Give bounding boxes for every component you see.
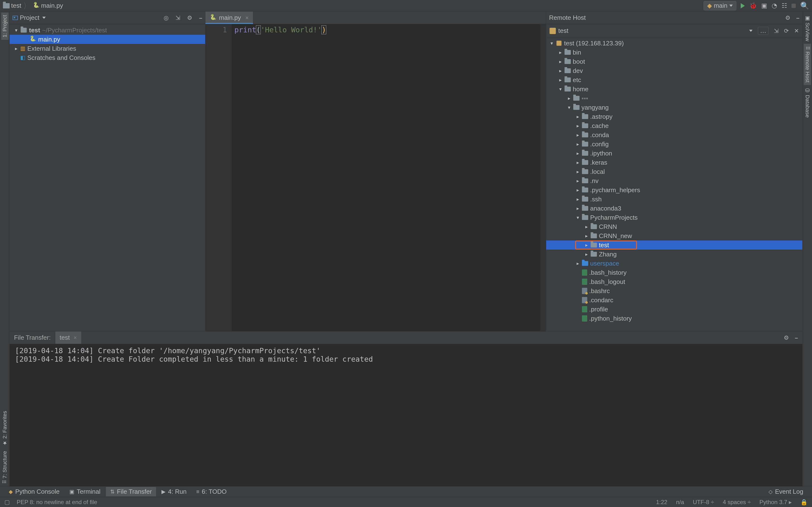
chevron-down-icon[interactable] xyxy=(749,30,753,32)
remote-dir-conda[interactable]: .conda xyxy=(546,130,802,139)
remote-dir-boot[interactable]: boot xyxy=(546,57,802,66)
editor-tab-mainpy[interactable]: main.py × xyxy=(205,12,253,24)
expand-arrow-icon[interactable] xyxy=(558,68,563,74)
remote-file-bash-history[interactable]: .bash_history xyxy=(546,268,802,277)
debug-button[interactable]: 🐞 xyxy=(749,2,757,9)
tab-file-transfer[interactable]: File Transfer xyxy=(106,487,156,496)
project-root[interactable]: test ~/PycharmProjects/test xyxy=(10,25,205,35)
expand-arrow-icon[interactable] xyxy=(585,251,589,257)
run-configuration-selector[interactable]: main xyxy=(704,1,737,10)
remote-dir-dev[interactable]: dev xyxy=(546,66,802,75)
remote-dir-test[interactable]: test xyxy=(546,240,802,249)
remote-dir-pycharmprojects[interactable]: PycharmProjects xyxy=(546,213,802,222)
remote-file-bashrc[interactable]: .bashrc xyxy=(546,286,802,295)
expand-arrow-icon[interactable] xyxy=(550,40,554,46)
expand-arrow-icon[interactable] xyxy=(576,132,580,138)
expand-arrow-icon[interactable] xyxy=(567,95,571,101)
expand-arrow-icon[interactable] xyxy=(576,206,580,211)
remote-tree[interactable]: test (192.168.123.39) bin boot dev etc h… xyxy=(546,38,802,331)
remote-file-condarc[interactable]: .condarc xyxy=(546,295,802,305)
expand-arrow-icon[interactable] xyxy=(14,46,18,51)
indent-setting[interactable]: 4 spaces ÷ xyxy=(723,499,751,506)
hide-button[interactable] xyxy=(199,14,202,21)
remote-dir-nv[interactable]: .nv xyxy=(546,176,802,185)
remote-dir-crnn[interactable]: CRNN xyxy=(546,222,802,231)
remote-file-python-history[interactable]: .python_history xyxy=(546,314,802,323)
expand-arrow-icon[interactable] xyxy=(14,27,18,33)
search-everywhere-button[interactable]: 🔍 xyxy=(800,1,809,10)
stop-button[interactable] xyxy=(792,4,796,8)
expand-arrow-icon[interactable] xyxy=(576,141,580,147)
hide-button[interactable] xyxy=(796,14,800,21)
refresh-button[interactable] xyxy=(784,27,789,34)
project-tree[interactable]: test ~/PycharmProjects/test main.py ▥ Ex… xyxy=(10,24,205,64)
remote-dir-bin[interactable]: bin xyxy=(546,48,802,57)
log-output[interactable]: [2019-04-18 14:04] Create folder '/home/… xyxy=(10,344,802,486)
project-file-mainpy[interactable]: main.py xyxy=(10,35,205,44)
remote-dir-cache[interactable]: .cache xyxy=(546,121,802,130)
line-separator[interactable]: n/a xyxy=(676,499,684,506)
expand-arrow-icon[interactable] xyxy=(576,160,580,165)
status-left-icon[interactable]: ▢ xyxy=(4,499,10,506)
remote-dir-etc[interactable]: etc xyxy=(546,75,802,84)
browse-button[interactable]: … xyxy=(758,27,768,35)
expand-arrow-icon[interactable] xyxy=(576,261,580,266)
remote-file-bash-logout[interactable]: .bash_logout xyxy=(546,277,802,286)
breadcrumb-root[interactable]: test xyxy=(11,2,21,9)
close-tab-button[interactable]: × xyxy=(74,335,77,341)
remote-dir-unknown[interactable]: ▪▪▪ xyxy=(546,94,802,103)
expand-arrow-icon[interactable] xyxy=(558,59,563,64)
remote-dir-userspace[interactable]: userspace xyxy=(546,259,802,268)
remote-dir-config[interactable]: .config xyxy=(546,139,802,149)
expand-arrow-icon[interactable] xyxy=(576,169,580,175)
remote-dir-home[interactable]: home xyxy=(546,84,802,94)
expand-arrow-icon[interactable] xyxy=(585,224,589,230)
inspection-indicator[interactable]: 🔒 xyxy=(800,499,808,506)
collapse-all-button[interactable] xyxy=(774,27,779,34)
remote-dir-keras[interactable]: .keras xyxy=(546,158,802,167)
remote-dir-crnn-new[interactable]: CRNN_new xyxy=(546,231,802,240)
tab-project[interactable]: 1: Project xyxy=(1,12,8,40)
breadcrumb-file[interactable]: main.py xyxy=(41,2,63,9)
server-label[interactable]: test xyxy=(558,27,568,35)
expand-arrow-icon[interactable] xyxy=(585,233,589,239)
collapse-all-button[interactable] xyxy=(175,14,180,21)
settings-button[interactable] xyxy=(785,14,791,21)
close-button[interactable] xyxy=(794,27,799,34)
remote-dir-local[interactable]: .local xyxy=(546,167,802,176)
run-button[interactable] xyxy=(741,3,745,8)
expand-arrow-icon[interactable] xyxy=(576,114,580,119)
remote-dir-pycharm-helpers[interactable]: .pycharm_helpers xyxy=(546,185,802,194)
code-area[interactable]: print('Hello World!') xyxy=(232,24,540,331)
remote-dir-ipython[interactable]: .ipython xyxy=(546,149,802,158)
profile-button[interactable]: ◔ xyxy=(772,2,777,9)
expand-arrow-icon[interactable] xyxy=(576,178,580,184)
tab-remote-host[interactable]: ⠿ Remote Host xyxy=(804,44,811,85)
remote-root[interactable]: test (192.168.123.39) xyxy=(546,39,802,48)
expand-arrow-icon[interactable] xyxy=(567,105,571,110)
tab-todo[interactable]: 6: TODO xyxy=(192,487,231,496)
tab-database[interactable]: ⛁ Database xyxy=(804,85,811,120)
remote-dir-anaconda3[interactable]: anaconda3 xyxy=(546,204,802,213)
expand-arrow-icon[interactable] xyxy=(558,50,563,55)
remote-dir-zhang[interactable]: Zhang xyxy=(546,249,802,259)
close-tab-button[interactable]: × xyxy=(245,14,249,21)
file-encoding[interactable]: UTF-8 ÷ xyxy=(693,499,714,506)
expand-arrow-icon[interactable] xyxy=(585,242,589,248)
settings-button[interactable] xyxy=(187,14,192,21)
settings-button[interactable] xyxy=(784,334,789,341)
expand-arrow-icon[interactable] xyxy=(558,86,563,92)
project-panel-title[interactable]: Project xyxy=(20,14,39,21)
expand-arrow-icon[interactable] xyxy=(576,196,580,202)
log-subtab-test[interactable]: test × xyxy=(55,332,82,344)
remote-dir-ssh[interactable]: .ssh xyxy=(546,194,802,204)
expand-arrow-icon[interactable] xyxy=(576,187,580,193)
concurrency-button[interactable]: ☷ xyxy=(781,2,787,9)
remote-file-profile[interactable]: .profile xyxy=(546,305,802,314)
editor-body[interactable]: 1 print('Hello World!') xyxy=(205,24,546,331)
error-stripe[interactable] xyxy=(540,24,546,331)
python-interpreter[interactable]: Python 3.7 ▸ xyxy=(760,499,792,506)
expand-arrow-icon[interactable] xyxy=(576,123,580,129)
chevron-down-icon[interactable] xyxy=(42,17,46,19)
tab-run[interactable]: ▶4: Run xyxy=(157,487,191,496)
